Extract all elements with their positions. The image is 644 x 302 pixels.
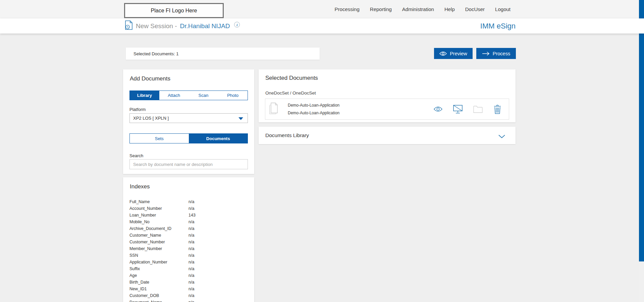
index-row: Full_Namen/a [129, 198, 248, 205]
menu-item-administration[interactable]: Administration [402, 6, 434, 12]
add-documents-title: Add Documents [130, 75, 170, 82]
index-label: Full_Name [129, 199, 189, 204]
document-text: Demo-Auto-Loan-Application Demo-Auto-Loa… [288, 103, 339, 115]
index-row: SSNn/a [129, 252, 248, 259]
menu-item-docuser[interactable]: DocUser [465, 6, 485, 12]
index-row: Suffixn/a [129, 265, 248, 272]
info-icon[interactable]: i [234, 22, 240, 27]
tab-library[interactable]: Library [130, 91, 159, 100]
platform-label: Platform [129, 107, 146, 112]
index-label: Application_Number [129, 260, 189, 264]
index-label: Loan_Number [129, 213, 189, 218]
fi-logo-placeholder-text: Place FI Logo Here [151, 8, 197, 14]
index-label: Customer_DOB [129, 293, 189, 298]
index-label: Archive_Document_ID [129, 226, 189, 231]
tab-attach[interactable]: Attach [159, 91, 189, 100]
index-value: n/a [189, 266, 194, 271]
tab-photo[interactable]: Photo [218, 91, 248, 100]
index-value: n/a [189, 273, 194, 278]
menu-item-logout[interactable]: Logout [495, 6, 511, 12]
process-button[interactable]: Process [476, 48, 516, 59]
index-value: n/a [189, 240, 194, 244]
preview-button[interactable]: Preview [434, 48, 473, 59]
search-label: Search [129, 153, 143, 158]
process-button-label: Process [493, 51, 510, 56]
index-row: Application_Numbern/a [129, 259, 248, 265]
caret-down-icon [238, 117, 243, 120]
top-navigation-bar: Place FI Logo Here Processing Reporting … [0, 0, 644, 18]
document-name: Demo-Auto-Loan-Application [288, 103, 339, 108]
index-row: Account_Numbern/a [129, 205, 248, 212]
documents-library-panel[interactable]: Documents Library [259, 127, 516, 144]
index-row: Birth_Daten/a [129, 279, 248, 286]
platform-dropdown-value: XP2 LOS [ XPLN ] [133, 116, 169, 121]
index-label: Customer_Name [129, 233, 189, 238]
session-user-name: Dr.Hanibal NIJAD [180, 22, 230, 30]
session-title-group: New Session - Dr.Hanibal NIJAD i [125, 18, 240, 34]
toggle-sets[interactable]: Sets [130, 134, 189, 143]
page-scrollbar [639, 0, 644, 302]
index-row: Loan_Number143 [129, 212, 248, 219]
platform-dropdown[interactable]: XP2 LOS [ XPLN ] [129, 113, 248, 123]
tab-scan[interactable]: Scan [189, 91, 218, 100]
index-value: n/a [189, 293, 194, 298]
selected-documents-summary-bar: Selected Documents: 1 [126, 48, 320, 60]
selected-documents-count: Selected Documents: 1 [133, 51, 178, 56]
menu-item-processing[interactable]: Processing [335, 6, 360, 12]
selected-documents-title: Selected Documents [265, 75, 318, 81]
session-prefix-label: New Session - [136, 22, 177, 30]
index-value: n/a [189, 199, 194, 204]
folder-icon[interactable] [473, 106, 483, 113]
index-value: 143 [189, 213, 196, 218]
brand-title: IMM eSign [480, 18, 516, 34]
index-label: Birth_Date [129, 280, 189, 285]
document-pages-icon [269, 103, 278, 116]
index-row: Archive_Document_IDn/a [129, 225, 248, 232]
documents-library-title: Documents Library [265, 127, 309, 144]
index-label: Mobile_No [129, 220, 189, 224]
index-label: Account_Number [129, 206, 189, 211]
index-label: Customer_Number [129, 240, 189, 244]
view-document-eye-icon[interactable] [434, 106, 442, 112]
index-value: n/a [189, 280, 194, 285]
scrollbar-thumb[interactable] [639, 0, 644, 261]
index-label: Age [129, 273, 189, 278]
document-description: Demo-Auto-Loan-Application [288, 111, 339, 115]
index-label: SSN [129, 253, 189, 258]
index-label: New_ID1 [129, 287, 189, 291]
fi-logo-placeholder: Place FI Logo Here [124, 3, 224, 18]
index-row: Agen/a [129, 272, 248, 279]
menu-item-reporting[interactable]: Reporting [370, 6, 392, 12]
index-label: Member_Number [129, 246, 189, 251]
selected-document-row: Demo-Auto-Loan-Application Demo-Auto-Loa… [265, 99, 509, 120]
index-value: n/a [189, 260, 194, 264]
add-documents-tabbar: Library Attach Scan Photo [129, 90, 248, 100]
eye-icon [439, 51, 447, 56]
index-value: n/a [189, 253, 194, 258]
indexes-panel: Indexes Full_Namen/a Account_Numbern/a L… [123, 177, 254, 302]
menu-item-help[interactable]: Help [444, 6, 455, 12]
index-row: Customer_DOBn/a [129, 292, 248, 299]
arrow-right-icon [482, 52, 490, 56]
toggle-documents[interactable]: Documents [189, 134, 248, 143]
trash-icon[interactable] [493, 105, 501, 114]
search-input[interactable] [129, 159, 248, 169]
monitor-icon[interactable] [453, 105, 463, 114]
selected-documents-panel: Selected Documents OneDocSet / OneDocSet… [259, 69, 516, 122]
document-actions [434, 105, 509, 114]
sets-documents-toggle: Sets Documents [129, 133, 248, 143]
indexes-list: Full_Namen/a Account_Numbern/a Loan_Numb… [129, 198, 248, 302]
index-row: New_ID1n/a [129, 286, 248, 292]
index-row: Member_Numbern/a [129, 245, 248, 252]
session-history-icon [125, 20, 133, 31]
index-row: Mobile_Non/a [129, 219, 248, 225]
preview-button-label: Preview [450, 51, 467, 56]
indexes-title: Indexes [130, 183, 150, 190]
chevron-down-icon[interactable] [498, 134, 505, 140]
index-label: Document_Name [129, 300, 189, 302]
main-menu: Processing Reporting Administration Help… [335, 0, 511, 18]
index-value: n/a [189, 287, 194, 291]
index-label: Suffix [129, 266, 189, 271]
index-value: n/a [189, 206, 194, 211]
index-value: n/a [189, 300, 194, 302]
